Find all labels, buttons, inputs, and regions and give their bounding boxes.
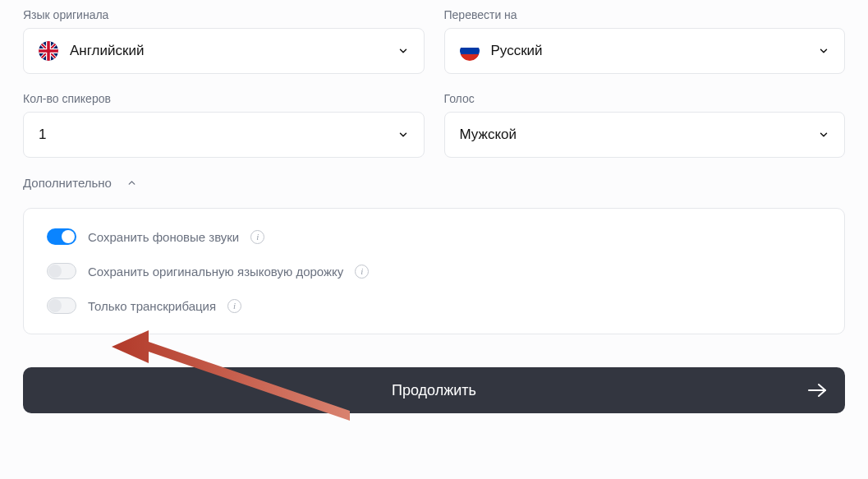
chevron-down-icon xyxy=(818,45,829,57)
source-language-select[interactable]: Английский xyxy=(23,28,425,74)
continue-button[interactable]: Продолжить xyxy=(23,367,845,413)
info-icon[interactable]: i xyxy=(355,265,369,279)
svg-rect-4 xyxy=(460,48,480,54)
chevron-up-icon xyxy=(126,177,137,188)
info-icon[interactable]: i xyxy=(227,299,241,313)
voice-select[interactable]: Мужской xyxy=(444,112,846,158)
transcription-only-toggle[interactable] xyxy=(47,297,76,314)
keep-background-toggle[interactable] xyxy=(47,228,76,245)
chevron-down-icon xyxy=(818,129,829,140)
speakers-count-value: 1 xyxy=(39,127,46,143)
svg-rect-5 xyxy=(460,54,480,61)
speakers-count-label: Кол-во спикеров xyxy=(23,92,425,105)
target-language-value: Русский xyxy=(491,43,543,59)
advanced-label: Дополнительно xyxy=(23,176,112,190)
chevron-down-icon xyxy=(397,129,409,140)
keep-original-track-label: Сохранить оригинальную языковую дорожку xyxy=(88,265,343,279)
keep-background-label: Сохранить фоновые звуки xyxy=(88,230,239,244)
flag-ru-icon xyxy=(460,41,480,61)
voice-value: Мужской xyxy=(460,127,517,143)
continue-button-label: Продолжить xyxy=(392,382,476,399)
advanced-panel: Сохранить фоновые звуки i Сохранить ориг… xyxy=(23,208,845,334)
info-icon[interactable]: i xyxy=(250,230,264,244)
keep-original-track-toggle[interactable] xyxy=(47,263,76,279)
transcription-only-label: Только транскрибация xyxy=(88,299,216,313)
target-language-label: Перевести на xyxy=(444,8,846,21)
target-language-select[interactable]: Русский xyxy=(444,28,846,74)
flag-uk-icon xyxy=(39,41,58,61)
voice-label: Голос xyxy=(444,92,846,105)
advanced-toggle-header[interactable]: Дополнительно xyxy=(23,176,845,190)
speakers-count-select[interactable]: 1 xyxy=(23,112,425,158)
svg-rect-3 xyxy=(460,41,480,48)
chevron-down-icon xyxy=(397,45,409,57)
source-language-value: Английский xyxy=(70,43,144,59)
source-language-label: Язык оригинала xyxy=(23,8,425,21)
arrow-right-icon xyxy=(807,383,827,398)
